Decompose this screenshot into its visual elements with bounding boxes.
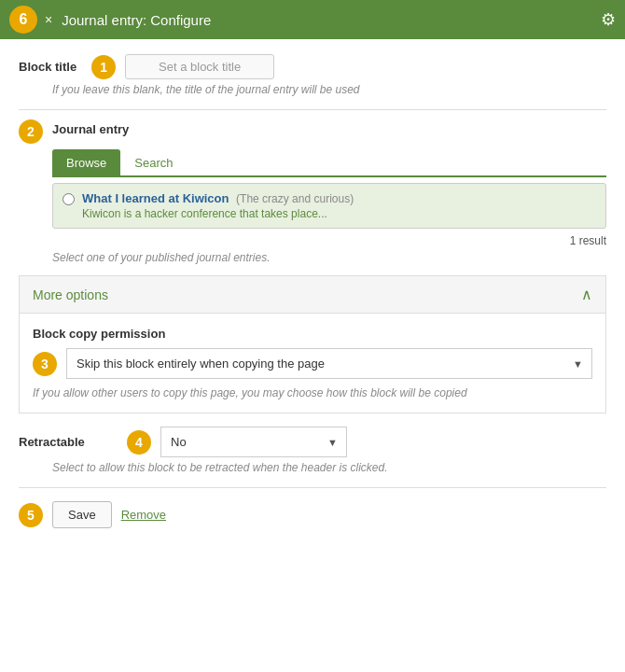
result-desc: Kiwicon is a hacker conference that take… xyxy=(82,207,354,220)
result-subtitle: (The crazy and curious) xyxy=(236,192,354,205)
chevron-up-icon xyxy=(581,286,592,303)
list-item[interactable]: What I learned at Kiwicon (The crazy and… xyxy=(52,183,606,229)
step-3-badge: 3 xyxy=(33,352,57,376)
block-copy-select-wrapper: Skip this block entirely when copying th… xyxy=(66,348,592,379)
block-title-label: Block title xyxy=(19,60,76,74)
titlebar-badge: 6 xyxy=(9,6,37,34)
block-copy-row: 3 Skip this block entirely when copying … xyxy=(33,348,592,379)
footer-row: 5 Save Remove xyxy=(19,501,606,528)
titlebar: 6 × Journal entry: Configure ⚙ xyxy=(0,0,625,39)
result-title: What I learned at Kiwicon xyxy=(82,191,229,205)
block-title-hint: If you leave this blank, the title of th… xyxy=(52,83,606,96)
radio-list: What I learned at Kiwicon (The crazy and… xyxy=(52,183,606,229)
content: Block title 1 Set a block title If you l… xyxy=(0,39,625,543)
more-options-label: More options xyxy=(33,287,108,302)
block-title-row: Block title 1 Set a block title xyxy=(19,54,606,79)
retractable-select-wrapper: NoYes xyxy=(160,427,347,457)
remove-button[interactable]: Remove xyxy=(121,508,166,522)
result-count: 1 result xyxy=(52,234,606,247)
retractable-section: Retractable 4 NoYes Select to allow this… xyxy=(19,427,606,488)
tab-browse[interactable]: Browse xyxy=(52,149,120,175)
retractable-select[interactable]: NoYes xyxy=(160,427,347,457)
tab-search[interactable]: Search xyxy=(120,149,187,175)
radio-item-content: What I learned at Kiwicon (The crazy and… xyxy=(82,191,354,220)
step-2-badge: 2 xyxy=(19,119,43,144)
step-1-badge: 1 xyxy=(91,55,116,79)
more-options-body: Block copy permission 3 Skip this block … xyxy=(19,313,606,413)
close-icon[interactable]: × xyxy=(45,12,52,27)
journal-radio[interactable] xyxy=(62,193,75,205)
divider-1 xyxy=(19,109,606,110)
block-copy-hint: If you allow other users to copy this pa… xyxy=(33,386,592,399)
gear-icon[interactable]: ⚙ xyxy=(601,9,616,30)
more-options-container: More options Block copy permission 3 Ski… xyxy=(19,275,606,413)
block-copy-label: Block copy permission xyxy=(33,327,592,341)
titlebar-title: Journal entry: Configure xyxy=(62,12,601,28)
more-options-header[interactable]: More options xyxy=(19,275,606,313)
tabs: Browse Search xyxy=(52,149,606,177)
retractable-label: Retractable xyxy=(19,435,112,449)
step-4-badge: 4 xyxy=(127,430,151,455)
block-copy-select[interactable]: Skip this block entirely when copying th… xyxy=(66,348,592,379)
block-title-input[interactable]: Set a block title xyxy=(125,54,274,79)
save-button[interactable]: Save xyxy=(52,501,112,528)
retractable-hint: Select to allow this block to be retract… xyxy=(52,461,606,474)
retractable-row: Retractable 4 NoYes xyxy=(19,427,606,457)
step-5-badge: 5 xyxy=(19,503,43,527)
journal-entry-section: 2 Journal entry Browse Search What I lea… xyxy=(19,119,606,264)
journal-entry-label: Journal entry xyxy=(52,122,129,136)
select-hint: Select one of your published journal ent… xyxy=(52,251,606,264)
journal-entry-header: 2 Journal entry xyxy=(19,119,606,144)
